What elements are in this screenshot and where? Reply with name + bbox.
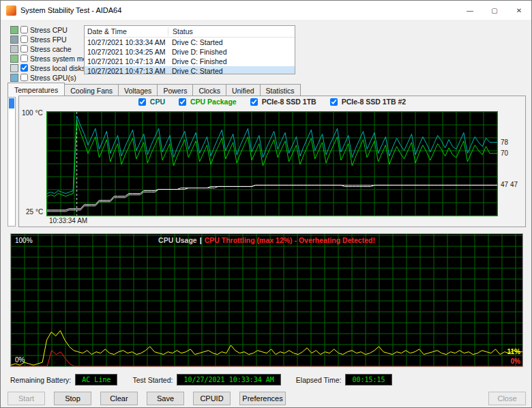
preferences-button[interactable]: Preferences bbox=[239, 392, 286, 405]
event-log[interactable]: Date & Time Status 10/27/2021 10:33:34 A… bbox=[84, 25, 295, 74]
stress-options-panel: Stress CPU Stress FPU Stress cache Stres… bbox=[10, 25, 81, 83]
usage-axis-max-label: 100% bbox=[15, 237, 33, 244]
start-button[interactable]: Start bbox=[8, 392, 45, 405]
log-row[interactable]: 10/27/2021 10:33:34 AM Drive C: Started bbox=[85, 38, 295, 47]
cpu-usage-chart-panel: CPU Usage|CPU Throttling (max 12%) - Ove… bbox=[10, 233, 523, 367]
stress-option-cpu: Stress CPU bbox=[10, 25, 81, 34]
temperature-legend: CPU CPU Package PCIe-8 SSD 1TB PCIe-8 SS… bbox=[19, 98, 525, 106]
cpu-package-current-temp: 70 bbox=[501, 149, 508, 157]
legend-cpu-package-checkbox[interactable] bbox=[179, 98, 186, 106]
stress-option-fpu: Stress FPU bbox=[10, 35, 81, 44]
log-col-datetime[interactable]: Date & Time bbox=[87, 27, 168, 35]
stress-fpu-label: Stress FPU bbox=[30, 35, 67, 44]
cache-icon bbox=[10, 45, 18, 53]
stress-gpu-label: Stress GPU(s) bbox=[30, 74, 76, 82]
cpu-usage-title: CPU Usage|CPU Throttling (max 12%) - Ove… bbox=[11, 236, 522, 244]
ssd-current-temps: 47 47 bbox=[501, 181, 518, 188]
log-cell-status: Drive D: Finished bbox=[168, 48, 292, 56]
cpu-usage-title-main: CPU Usage bbox=[158, 236, 197, 244]
cpu-usage-current: 11% bbox=[507, 348, 520, 355]
legend-cpu-checkbox[interactable] bbox=[138, 98, 146, 106]
log-row[interactable]: 10/27/2021 10:47:13 AM Drive C: Finished bbox=[85, 57, 295, 66]
remaining-battery-value: AC Line bbox=[75, 374, 117, 385]
disk-activity-fill bbox=[9, 98, 14, 108]
legend-item-cpu[interactable]: CPU bbox=[138, 98, 165, 106]
temp-axis-start-time: 10:33:34 AM bbox=[49, 217, 87, 224]
log-col-status[interactable]: Status bbox=[168, 27, 292, 35]
save-button[interactable]: Save bbox=[147, 392, 184, 405]
test-started-label: Test Started: bbox=[132, 376, 173, 384]
temp-axis-min-label: 25 °C bbox=[26, 208, 43, 216]
titlebar: System Stability Test - AIDA64 — ▢ ✕ bbox=[1, 1, 531, 20]
log-cell-datetime: 10/27/2021 10:33:34 AM bbox=[87, 38, 168, 46]
legend-item-ssd2[interactable]: PCIe-8 SSD 1TB #2 bbox=[330, 98, 407, 106]
close-button[interactable]: Close bbox=[488, 392, 526, 405]
cpu-icon bbox=[10, 26, 18, 34]
temperature-current-values: 78 70 47 47 bbox=[499, 112, 525, 216]
log-cell-datetime: 10/27/2021 10:34:25 AM bbox=[87, 48, 168, 56]
close-icon[interactable]: ✕ bbox=[507, 1, 531, 20]
cpu-usage-title-separator: | bbox=[197, 236, 205, 244]
stress-cache-checkbox[interactable] bbox=[20, 45, 28, 53]
log-cell-status: Drive C: Started bbox=[168, 38, 292, 46]
cpu-throttling-alert: CPU Throttling (max 12%) - Overheating D… bbox=[205, 236, 375, 244]
fpu-icon bbox=[10, 35, 18, 44]
temp-axis-max-label: 100 °C bbox=[22, 109, 43, 117]
cpu-usage-plot bbox=[11, 234, 522, 366]
elapsed-time-label: Elapsed Time: bbox=[296, 376, 342, 384]
legend-ssd2-checkbox[interactable] bbox=[330, 98, 338, 106]
disk-icon bbox=[10, 64, 18, 72]
log-cell-datetime: 10/27/2021 10:47:13 AM bbox=[87, 67, 168, 74]
remaining-battery-label: Remaining Battery: bbox=[10, 376, 71, 384]
log-row[interactable]: 10/27/2021 10:34:25 AM Drive D: Finished bbox=[85, 47, 295, 57]
minimize-icon[interactable]: — bbox=[458, 1, 482, 20]
stress-option-cache: Stress cache bbox=[10, 44, 81, 53]
cpu-usage-current-values: 11% 0% bbox=[500, 234, 520, 366]
app-window: System Stability Test - AIDA64 — ▢ ✕ Str… bbox=[0, 0, 532, 408]
temperature-chart-panel: CPU CPU Package PCIe-8 SSD 1TB PCIe-8 SS… bbox=[18, 96, 526, 227]
clear-button[interactable]: Clear bbox=[100, 392, 138, 405]
stress-disks-checkbox[interactable] bbox=[20, 64, 28, 72]
legend-ssd2-label: PCIe-8 SSD 1TB #2 bbox=[342, 98, 407, 106]
stress-cpu-label: Stress CPU bbox=[30, 26, 68, 34]
window-title: System Stability Test - AIDA64 bbox=[20, 6, 121, 14]
cpu-current-temp: 78 bbox=[501, 139, 508, 146]
button-bar: Start Stop Clear Save CPUID Preferences … bbox=[8, 392, 526, 405]
maximize-icon[interactable]: ▢ bbox=[482, 1, 507, 20]
log-cell-status: Drive C: Finished bbox=[168, 57, 292, 65]
gpu-icon bbox=[10, 74, 18, 82]
legend-cpu-label: CPU bbox=[150, 98, 165, 106]
disk-activity-progressbar bbox=[8, 97, 16, 227]
stress-fpu-checkbox[interactable] bbox=[20, 35, 28, 43]
stress-memory-checkbox[interactable] bbox=[20, 55, 28, 62]
stress-cpu-checkbox[interactable] bbox=[20, 26, 28, 33]
stress-disks-label: Stress local disks bbox=[30, 64, 85, 72]
stress-option-gpu: Stress GPU(s) bbox=[10, 73, 81, 82]
cpuid-button[interactable]: CPUID bbox=[193, 392, 231, 405]
temperature-plot bbox=[46, 111, 498, 216]
log-cell-datetime: 10/27/2021 10:47:13 AM bbox=[87, 57, 168, 65]
log-row-selected[interactable]: 10/27/2021 10:47:13 AM Drive C: Started bbox=[85, 66, 295, 74]
stress-option-memory: Stress system memory bbox=[10, 54, 81, 63]
stress-option-disks: Stress local disks bbox=[10, 63, 81, 72]
stress-cache-label: Stress cache bbox=[30, 45, 72, 53]
memory-icon bbox=[10, 55, 18, 63]
aida64-app-icon bbox=[6, 5, 16, 16]
log-header: Date & Time Status bbox=[85, 26, 295, 38]
cpu-throttling-current: 0% bbox=[511, 358, 520, 365]
legend-item-ssd1[interactable]: PCIe-8 SSD 1TB bbox=[250, 98, 316, 106]
log-cell-status: Drive C: Started bbox=[168, 67, 292, 74]
status-bar: Remaining Battery: AC Line Test Started:… bbox=[10, 374, 407, 385]
legend-ssd1-checkbox[interactable] bbox=[250, 98, 258, 106]
usage-axis-min-label: 0% bbox=[15, 356, 25, 364]
legend-item-cpu-package[interactable]: CPU Package bbox=[179, 98, 237, 106]
elapsed-time-value: 00:15:15 bbox=[345, 374, 391, 385]
legend-cpu-package-label: CPU Package bbox=[190, 98, 237, 106]
stop-button[interactable]: Stop bbox=[54, 392, 91, 405]
window-controls: — ▢ ✕ bbox=[458, 1, 531, 20]
legend-ssd1-label: PCIe-8 SSD 1TB bbox=[262, 98, 316, 106]
test-started-value: 10/27/2021 10:33:34 AM bbox=[177, 374, 280, 385]
stress-gpu-checkbox[interactable] bbox=[20, 74, 28, 81]
